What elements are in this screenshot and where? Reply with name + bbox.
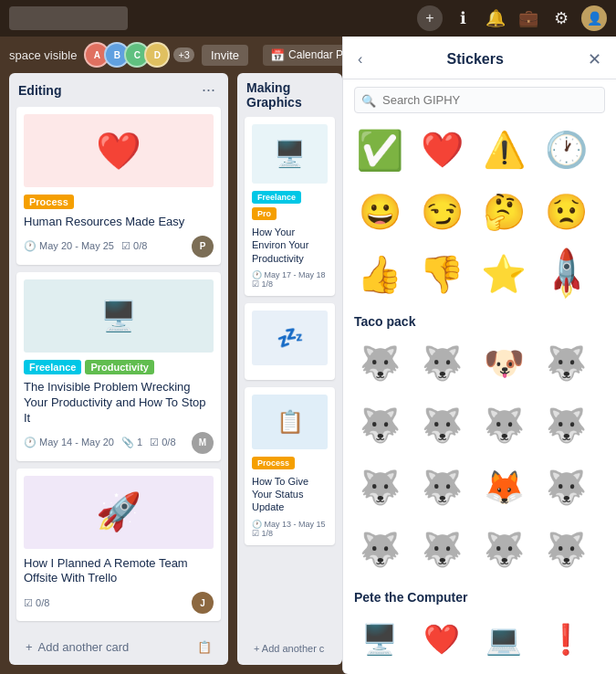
taco-row-1: 🐺 🐺 🐶 🐺 — [350, 334, 609, 393]
sticker-row-1: ✅ ❤️ ⚠️ 🕐 — [350, 121, 609, 179]
list-making-graphics-title: Making Graphics — [246, 80, 333, 110]
card-human-resources[interactable]: ❤️ Process Human Resources Made Easy 🕐 M… — [16, 107, 221, 265]
card-title: Human Resources Made Easy — [24, 215, 214, 230]
label-freelance: Freelance — [252, 191, 301, 204]
sticker-title: Stickers — [447, 51, 504, 68]
pete-sticker-1[interactable]: 🖥️ — [350, 610, 409, 669]
card-image: 🖥️ — [252, 124, 328, 184]
pete-sticker-4[interactable]: ❗ — [537, 610, 595, 669]
list-editing-title: Editing — [18, 83, 61, 98]
taco-sticker-8[interactable]: 🐺 — [537, 396, 595, 455]
member-avatars: A B C D +3 — [84, 42, 194, 68]
sticker-thumbsdown[interactable]: 👎 — [412, 245, 471, 303]
info-icon[interactable]: ℹ — [450, 5, 475, 31]
sticker-back-button[interactable]: ‹ — [358, 51, 362, 68]
taco-sticker-12[interactable]: 🐺 — [537, 458, 595, 517]
sticker-thumbsup[interactable]: 👍 — [350, 245, 409, 303]
add-card-label: Add another card — [38, 640, 130, 654]
card-checklist: ☑ 0/8 — [150, 437, 175, 448]
card-zzz[interactable]: 💤 — [245, 303, 335, 380]
sticker-thinking[interactable]: 🤔 — [475, 183, 533, 241]
member-avatar-4[interactable]: D — [144, 42, 170, 68]
card-checklist: ☑ 1/8 — [252, 529, 328, 538]
label-process: Process — [252, 457, 295, 469]
list-editing-header: Editing ··· — [9, 73, 228, 107]
card-date: 🕐 May 14 - May 20 — [24, 437, 114, 448]
taco-sticker-9[interactable]: 🐺 — [350, 458, 409, 517]
taco-sticker-3[interactable]: 🐶 — [475, 334, 533, 393]
card-meta: ☑ 0/8 — [24, 597, 49, 609]
card-date: 🕐 May 13 - May 15 — [252, 520, 326, 529]
add-card-button[interactable]: + Add another card 📋 — [16, 633, 221, 661]
sticker-star[interactable]: ⭐ — [475, 245, 533, 303]
card-invisible-problem[interactable]: 🖥️ Freelance Productivity The Invisible … — [16, 272, 221, 461]
card-labels: Process — [252, 457, 328, 469]
card-title: The Invisible Problem Wrecking Your Prod… — [24, 380, 214, 427]
sticker-row-2: 😀 😏 🤔 😟 — [350, 183, 609, 241]
avatar-count: +3 — [173, 47, 194, 62]
bell-icon[interactable]: 🔔 — [483, 5, 508, 31]
sticker-search-area: 🔍 — [343, 79, 616, 121]
list-making-graphics-cards: 🖥️ Freelance Pro How Your Environ Your P… — [237, 117, 342, 632]
sticker-row-3: 👍 👎 ⭐ 🚀 — [350, 245, 609, 303]
card-attachment: 📎 1 — [121, 437, 142, 448]
card-environment[interactable]: 🖥️ Freelance Pro How Your Environ Your P… — [245, 117, 335, 296]
sticker-warning[interactable]: ⚠️ — [475, 121, 533, 179]
card-image: 🚀 — [24, 476, 214, 549]
sticker-close-button[interactable]: ✕ — [588, 49, 601, 69]
taco-sticker-2[interactable]: 🐺 — [412, 334, 471, 393]
top-bar: + ℹ 🔔 💼 ⚙ 👤 — [0, 0, 616, 37]
list-making-graphics-header: Making Graphics — [237, 73, 342, 117]
add-button[interactable]: + — [417, 5, 443, 31]
briefcase-icon[interactable]: 💼 — [516, 5, 541, 31]
card-image: 📋 — [252, 395, 328, 449]
sticker-panel: ‹ Stickers ✕ 🔍 ✅ ❤️ ⚠️ 🕐 😀 😏 🤔 😟 👍 👎 ⭐ — [342, 37, 616, 674]
sticker-worried[interactable]: 😟 — [537, 183, 595, 241]
invite-button[interactable]: Invite — [202, 45, 248, 66]
search-icon: 🔍 — [361, 93, 376, 107]
card-checklist: ☑ 0/8 — [24, 597, 49, 609]
gear-icon[interactable]: ⚙ — [548, 5, 574, 31]
sticker-smirk[interactable]: 😏 — [412, 183, 471, 241]
sticker-clock[interactable]: 🕐 — [537, 121, 595, 179]
taco-sticker-6[interactable]: 🐺 — [412, 396, 471, 455]
taco-sticker-10[interactable]: 🐺 — [412, 458, 471, 517]
pete-sticker-3[interactable]: 💻 — [475, 610, 533, 669]
card-labels: Freelance Pro — [252, 191, 328, 220]
card-image: 🖥️ — [24, 279, 214, 353]
add-card-button-mg[interactable]: + Add another c — [245, 636, 335, 661]
card-status-update[interactable]: 📋 Process How To Give Your Status Update… — [245, 387, 335, 545]
taco-sticker-4[interactable]: 🐺 — [537, 334, 595, 393]
taco-sticker-13[interactable]: 🐺 — [350, 521, 409, 579]
list-menu-button[interactable]: ··· — [198, 80, 219, 100]
card-checklist: ☑ 1/8 — [252, 279, 328, 289]
card-meta: 🕐 May 17 - May 18 — [252, 270, 328, 279]
taco-sticker-15[interactable]: 🐺 — [475, 521, 533, 579]
taco-sticker-16[interactable]: 🐺 — [537, 521, 595, 579]
list-making-graphics: Making Graphics 🖥️ Freelance Pro How You… — [237, 73, 342, 665]
taco-sticker-7[interactable]: 🐺 — [475, 396, 533, 455]
taco-sticker-14[interactable]: 🐺 — [412, 521, 471, 579]
card-image: ❤️ — [24, 114, 214, 187]
taco-sticker-1[interactable]: 🐺 — [350, 334, 409, 393]
pete-sticker-2[interactable]: ❤️ — [412, 610, 471, 669]
card-meta: 🕐 May 14 - May 20 📎 1 ☑ 0/8 — [24, 437, 176, 448]
sticker-heart[interactable]: ❤️ — [412, 121, 471, 179]
taco-sticker-11[interactable]: 🦊 — [475, 458, 533, 517]
card-title: How I Planned A Remote Team Offsite With… — [24, 556, 214, 587]
card-labels: Freelance Productivity — [24, 360, 214, 374]
user-avatar[interactable]: 👤 — [581, 5, 607, 31]
label-productivity: Productivity — [85, 360, 154, 374]
sticker-smile[interactable]: 😀 — [350, 183, 409, 241]
board-search-input[interactable] — [9, 6, 128, 30]
card-date: 🕐 May 20 - May 25 — [24, 240, 114, 252]
card-offsite[interactable]: 🚀 How I Planned A Remote Team Offsite Wi… — [16, 469, 221, 622]
card-footer: 🕐 May 14 - May 20 📎 1 ☑ 0/8 M — [24, 432, 214, 454]
card-avatar: P — [192, 236, 214, 258]
card-meta: 🕐 May 13 - May 15 — [252, 520, 328, 529]
sticker-rocket-pink[interactable]: 🚀 — [525, 233, 608, 316]
calendar-icon: 📅 — [270, 48, 285, 62]
sticker-check[interactable]: ✅ — [350, 121, 409, 179]
sticker-search-input[interactable] — [354, 87, 605, 113]
taco-sticker-5[interactable]: 🐺 — [350, 396, 409, 455]
